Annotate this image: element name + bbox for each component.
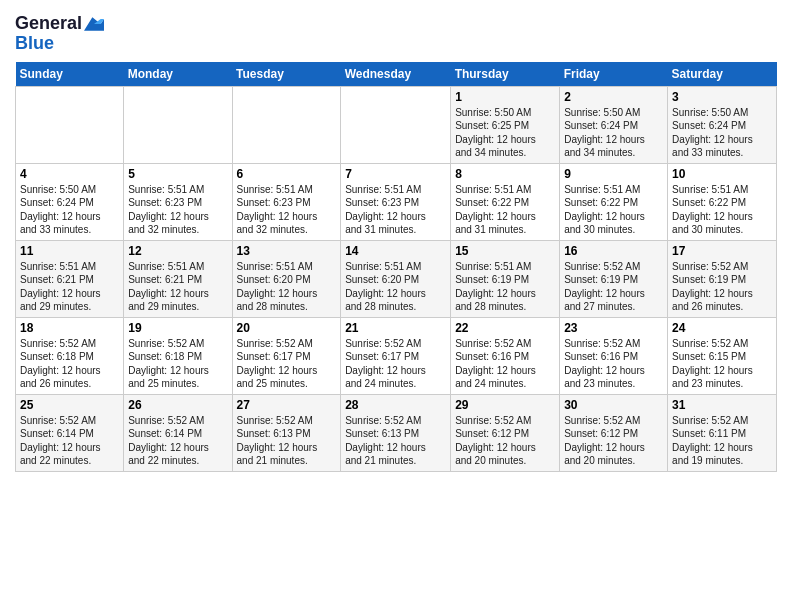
day-info: Sunrise: 5:52 AM Sunset: 6:12 PM Dayligh… (455, 414, 555, 468)
calendar-cell: 29Sunrise: 5:52 AM Sunset: 6:12 PM Dayli… (451, 394, 560, 471)
calendar-cell: 7Sunrise: 5:51 AM Sunset: 6:23 PM Daylig… (341, 163, 451, 240)
day-of-week-header: Monday (124, 62, 232, 87)
day-info: Sunrise: 5:52 AM Sunset: 6:12 PM Dayligh… (564, 414, 663, 468)
day-number: 28 (345, 398, 446, 412)
day-number: 1 (455, 90, 555, 104)
day-info: Sunrise: 5:52 AM Sunset: 6:13 PM Dayligh… (345, 414, 446, 468)
calendar-cell: 27Sunrise: 5:52 AM Sunset: 6:13 PM Dayli… (232, 394, 341, 471)
calendar-cell: 28Sunrise: 5:52 AM Sunset: 6:13 PM Dayli… (341, 394, 451, 471)
day-info: Sunrise: 5:51 AM Sunset: 6:21 PM Dayligh… (20, 260, 119, 314)
day-number: 25 (20, 398, 119, 412)
day-info: Sunrise: 5:50 AM Sunset: 6:24 PM Dayligh… (564, 106, 663, 160)
day-info: Sunrise: 5:51 AM Sunset: 6:22 PM Dayligh… (672, 183, 772, 237)
day-number: 23 (564, 321, 663, 335)
calendar-cell: 20Sunrise: 5:52 AM Sunset: 6:17 PM Dayli… (232, 317, 341, 394)
logo-icon (84, 14, 104, 34)
day-number: 13 (237, 244, 337, 258)
calendar-cell: 24Sunrise: 5:52 AM Sunset: 6:15 PM Dayli… (668, 317, 777, 394)
day-info: Sunrise: 5:51 AM Sunset: 6:23 PM Dayligh… (237, 183, 337, 237)
calendar-cell: 21Sunrise: 5:52 AM Sunset: 6:17 PM Dayli… (341, 317, 451, 394)
day-number: 26 (128, 398, 227, 412)
day-info: Sunrise: 5:50 AM Sunset: 6:25 PM Dayligh… (455, 106, 555, 160)
day-info: Sunrise: 5:51 AM Sunset: 6:23 PM Dayligh… (345, 183, 446, 237)
calendar-cell: 14Sunrise: 5:51 AM Sunset: 6:20 PM Dayli… (341, 240, 451, 317)
day-number: 19 (128, 321, 227, 335)
day-info: Sunrise: 5:51 AM Sunset: 6:22 PM Dayligh… (564, 183, 663, 237)
day-number: 31 (672, 398, 772, 412)
calendar-cell: 26Sunrise: 5:52 AM Sunset: 6:14 PM Dayli… (124, 394, 232, 471)
day-info: Sunrise: 5:52 AM Sunset: 6:18 PM Dayligh… (128, 337, 227, 391)
day-number: 14 (345, 244, 446, 258)
day-info: Sunrise: 5:52 AM Sunset: 6:19 PM Dayligh… (672, 260, 772, 314)
day-of-week-header: Thursday (451, 62, 560, 87)
logo-text-blue: Blue (15, 34, 104, 54)
calendar-cell (124, 86, 232, 163)
day-info: Sunrise: 5:50 AM Sunset: 6:24 PM Dayligh… (672, 106, 772, 160)
day-info: Sunrise: 5:52 AM Sunset: 6:16 PM Dayligh… (564, 337, 663, 391)
day-number: 8 (455, 167, 555, 181)
calendar-cell: 12Sunrise: 5:51 AM Sunset: 6:21 PM Dayli… (124, 240, 232, 317)
day-number: 10 (672, 167, 772, 181)
calendar-cell: 30Sunrise: 5:52 AM Sunset: 6:12 PM Dayli… (560, 394, 668, 471)
day-number: 18 (20, 321, 119, 335)
calendar-cell: 5Sunrise: 5:51 AM Sunset: 6:23 PM Daylig… (124, 163, 232, 240)
day-number: 21 (345, 321, 446, 335)
calendar-cell: 31Sunrise: 5:52 AM Sunset: 6:11 PM Dayli… (668, 394, 777, 471)
calendar-cell: 2Sunrise: 5:50 AM Sunset: 6:24 PM Daylig… (560, 86, 668, 163)
day-number: 3 (672, 90, 772, 104)
calendar-cell: 11Sunrise: 5:51 AM Sunset: 6:21 PM Dayli… (16, 240, 124, 317)
calendar-week-row: 25Sunrise: 5:52 AM Sunset: 6:14 PM Dayli… (16, 394, 777, 471)
calendar-cell: 9Sunrise: 5:51 AM Sunset: 6:22 PM Daylig… (560, 163, 668, 240)
logo-text-general: General (15, 14, 82, 34)
calendar-cell: 17Sunrise: 5:52 AM Sunset: 6:19 PM Dayli… (668, 240, 777, 317)
day-info: Sunrise: 5:52 AM Sunset: 6:13 PM Dayligh… (237, 414, 337, 468)
day-number: 24 (672, 321, 772, 335)
day-info: Sunrise: 5:51 AM Sunset: 6:20 PM Dayligh… (237, 260, 337, 314)
day-of-week-header: Wednesday (341, 62, 451, 87)
calendar-cell: 8Sunrise: 5:51 AM Sunset: 6:22 PM Daylig… (451, 163, 560, 240)
calendar-week-row: 11Sunrise: 5:51 AM Sunset: 6:21 PM Dayli… (16, 240, 777, 317)
day-number: 29 (455, 398, 555, 412)
day-info: Sunrise: 5:52 AM Sunset: 6:15 PM Dayligh… (672, 337, 772, 391)
page-header: General Blue (15, 10, 777, 54)
day-info: Sunrise: 5:50 AM Sunset: 6:24 PM Dayligh… (20, 183, 119, 237)
day-number: 17 (672, 244, 772, 258)
day-info: Sunrise: 5:51 AM Sunset: 6:20 PM Dayligh… (345, 260, 446, 314)
calendar-cell: 16Sunrise: 5:52 AM Sunset: 6:19 PM Dayli… (560, 240, 668, 317)
day-number: 9 (564, 167, 663, 181)
calendar-cell (16, 86, 124, 163)
day-number: 22 (455, 321, 555, 335)
day-number: 4 (20, 167, 119, 181)
day-number: 20 (237, 321, 337, 335)
day-info: Sunrise: 5:51 AM Sunset: 6:19 PM Dayligh… (455, 260, 555, 314)
calendar-cell: 1Sunrise: 5:50 AM Sunset: 6:25 PM Daylig… (451, 86, 560, 163)
day-info: Sunrise: 5:52 AM Sunset: 6:17 PM Dayligh… (345, 337, 446, 391)
calendar-cell (341, 86, 451, 163)
day-number: 12 (128, 244, 227, 258)
calendar-cell: 18Sunrise: 5:52 AM Sunset: 6:18 PM Dayli… (16, 317, 124, 394)
day-info: Sunrise: 5:52 AM Sunset: 6:14 PM Dayligh… (128, 414, 227, 468)
calendar-cell: 6Sunrise: 5:51 AM Sunset: 6:23 PM Daylig… (232, 163, 341, 240)
day-of-week-header: Saturday (668, 62, 777, 87)
calendar-cell: 3Sunrise: 5:50 AM Sunset: 6:24 PM Daylig… (668, 86, 777, 163)
day-info: Sunrise: 5:52 AM Sunset: 6:17 PM Dayligh… (237, 337, 337, 391)
day-info: Sunrise: 5:52 AM Sunset: 6:18 PM Dayligh… (20, 337, 119, 391)
calendar-cell: 13Sunrise: 5:51 AM Sunset: 6:20 PM Dayli… (232, 240, 341, 317)
calendar-cell: 4Sunrise: 5:50 AM Sunset: 6:24 PM Daylig… (16, 163, 124, 240)
calendar-week-row: 18Sunrise: 5:52 AM Sunset: 6:18 PM Dayli… (16, 317, 777, 394)
day-of-week-header: Friday (560, 62, 668, 87)
calendar-cell (232, 86, 341, 163)
day-number: 6 (237, 167, 337, 181)
day-number: 7 (345, 167, 446, 181)
day-info: Sunrise: 5:52 AM Sunset: 6:16 PM Dayligh… (455, 337, 555, 391)
day-number: 2 (564, 90, 663, 104)
day-info: Sunrise: 5:51 AM Sunset: 6:22 PM Dayligh… (455, 183, 555, 237)
day-number: 5 (128, 167, 227, 181)
day-info: Sunrise: 5:52 AM Sunset: 6:19 PM Dayligh… (564, 260, 663, 314)
day-info: Sunrise: 5:51 AM Sunset: 6:23 PM Dayligh… (128, 183, 227, 237)
day-of-week-header: Tuesday (232, 62, 341, 87)
calendar-table: SundayMondayTuesdayWednesdayThursdayFrid… (15, 62, 777, 472)
calendar-cell: 15Sunrise: 5:51 AM Sunset: 6:19 PM Dayli… (451, 240, 560, 317)
day-info: Sunrise: 5:52 AM Sunset: 6:14 PM Dayligh… (20, 414, 119, 468)
calendar-week-row: 1Sunrise: 5:50 AM Sunset: 6:25 PM Daylig… (16, 86, 777, 163)
